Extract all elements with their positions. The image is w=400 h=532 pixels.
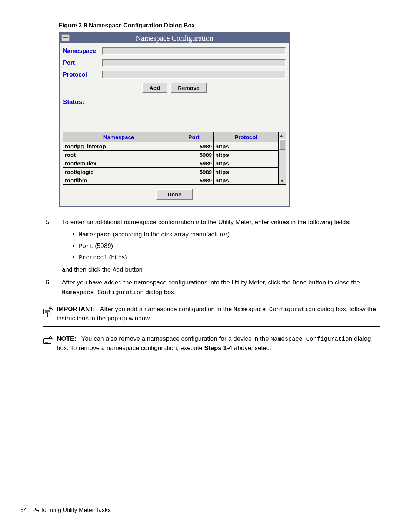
- instruction-text: 5. To enter an additional namespace conf…: [43, 218, 380, 356]
- note-label: NOTE:: [57, 335, 76, 342]
- scroll-up-icon[interactable]: ▲: [279, 132, 285, 139]
- step-6-body: After you have added the namespace confi…: [62, 278, 380, 297]
- namespace-table: Namespace Port Protocol root/pg_interop …: [63, 132, 279, 185]
- step-5-then: and then click the Add button: [62, 265, 380, 275]
- note-callout: NOTE: You can also remove a namespace co…: [43, 331, 380, 356]
- page-number: 54: [20, 507, 27, 513]
- col-namespace: Namespace: [63, 132, 174, 142]
- col-protocol: Protocol: [214, 132, 279, 142]
- scroll-thumb[interactable]: [279, 139, 285, 150]
- important-label: IMPORTANT:: [57, 306, 95, 313]
- important-icon: !: [43, 305, 57, 323]
- table-row[interactable]: root/ibm 5989 https: [63, 176, 279, 185]
- figure-caption: Figure 3-9 Namespace Configuration Dialo…: [59, 22, 380, 29]
- list-item: Protocol (https): [79, 253, 380, 262]
- page-footer: 54Performing Utility Meter Tasks: [20, 507, 111, 514]
- table-row[interactable]: root/pg_interop 5989 https: [63, 142, 279, 151]
- namespace-config-dialog: Namespace Configuration Namespace Port P…: [59, 32, 290, 207]
- done-button[interactable]: Done: [156, 189, 193, 200]
- protocol-label: Protocol: [63, 71, 102, 78]
- step-number: 6.: [43, 278, 62, 297]
- step-number: 5.: [43, 218, 62, 275]
- port-input[interactable]: [102, 59, 286, 67]
- step-5-intro: To enter an additional namespace configu…: [62, 218, 380, 227]
- note-icon: [43, 334, 57, 353]
- window-menu-icon[interactable]: [61, 34, 70, 41]
- add-button[interactable]: Add: [142, 83, 167, 93]
- footer-title: Performing Utility Meter Tasks: [32, 507, 111, 513]
- svg-text:!: !: [47, 312, 49, 317]
- protocol-input[interactable]: [102, 71, 286, 79]
- important-callout: ! IMPORTANT: After you add a namespace c…: [43, 302, 380, 327]
- scroll-down-icon[interactable]: ▼: [280, 178, 284, 184]
- list-item: Namespace (according to the disk array m…: [79, 230, 380, 239]
- remove-button[interactable]: Remove: [170, 83, 207, 93]
- list-item: Port (5989): [79, 242, 380, 251]
- col-port: Port: [174, 132, 214, 142]
- namespace-label: Namespace: [63, 48, 102, 54]
- table-scrollbar[interactable]: ▲ ▼: [279, 132, 286, 185]
- port-label: Port: [63, 60, 102, 66]
- table-row[interactable]: root/qlogic 5989 https: [63, 168, 279, 176]
- table-row[interactable]: root/emulex 5989 https: [63, 159, 279, 168]
- namespace-input[interactable]: [102, 47, 286, 55]
- dialog-title: Namespace Configuration: [136, 34, 213, 42]
- dialog-titlebar: Namespace Configuration: [60, 33, 289, 43]
- table-row[interactable]: root 5989 https: [63, 151, 279, 159]
- status-label: Status:: [63, 98, 286, 106]
